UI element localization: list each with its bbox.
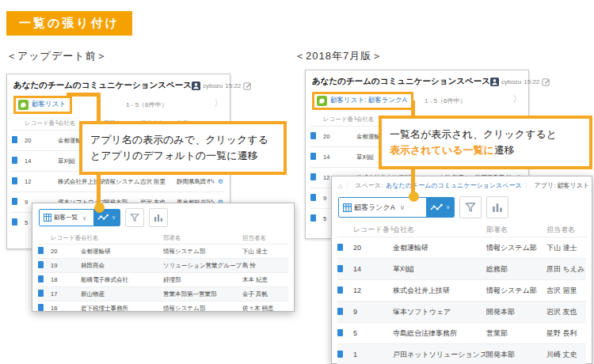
record-icon[interactable] [337,286,343,294]
list-item[interactable]: 20 金都運輸研 情報システム部 下山 達士 [38,244,288,258]
list-table: レコード番号 会社名 部署名 担当者名 20 金都運輸研 情報システム部 下山 … [32,232,294,315]
page: 一覧の張り付け ＜アップデート前＞ ＜2018年7月版＞ あなたのチームのコミュ… [0,0,594,364]
page-title: 一覧の張り付け [6,11,132,36]
view-name: 顧客一覧 [54,214,78,222]
view-selector[interactable]: 顧客一覧 ∨ ∨ [39,209,120,226]
funnel-icon [465,202,476,213]
space-title: あなたのチームのコミュニケーションスペース [312,76,490,87]
record-icon[interactable] [337,329,343,336]
callout-before: アプリ名の表示のみで、クリックする とアプリのデフォルトの一覧に遷移 [79,121,287,175]
table-header-row: レコード番号 会社名 部署名 担当者名 [337,223,586,237]
callout-line1: 一覧名が表示され、クリックすると [390,127,581,142]
record-icon[interactable] [38,290,44,297]
line-chart-icon [430,203,444,212]
record-icon[interactable] [38,247,44,254]
chevron-down-icon: ∨ [112,214,116,221]
view-name: 顧客ランクA [354,203,395,213]
filter-button[interactable] [459,196,482,218]
callout-line2: 表示されている一覧に遷移 [390,142,581,158]
record-icon[interactable] [310,214,316,222]
view-selector[interactable]: 顧客ランクA ∨ ∨ [338,197,455,218]
edit-icon[interactable] [542,78,550,86]
table-header-row: レコード番号 会社名 部署名 担当者名 [38,232,288,244]
record-icon[interactable] [12,136,17,143]
table-icon [343,203,352,212]
edit-icon[interactable] [243,82,252,90]
app-link-highlight: 顧客リスト [13,96,72,114]
pager-text: 1 - 5（6件中） [126,100,167,109]
bar-chart-icon [154,213,163,222]
app-link[interactable]: 顧客リスト [32,100,66,109]
app-icon [18,100,29,110]
list-item[interactable]: 9 塚本ソフトウェア 開発本部 岩沢 友也 [337,301,586,322]
breadcrumb: ⌂ 〉 スペース: あなたのチームのコミュニケーションスペース 〉 アプリ: 顧… [332,176,592,191]
record-icon[interactable] [310,153,316,160]
record-icon[interactable] [38,261,44,268]
chart-button[interactable] [486,196,508,218]
record-icon[interactable] [12,218,17,226]
list-item[interactable]: 18 船橋電子株式会社 経理部 木本 紀恵 [38,272,288,286]
funnel-icon [130,213,139,222]
list-item[interactable]: 20 金都運輸研 情報システム部 下山 達士 [337,237,586,258]
connector-dot [94,203,105,213]
record-icon[interactable] [337,265,343,272]
record-icon[interactable] [12,157,17,164]
settings-record-icon[interactable]: ⚙ [218,179,223,185]
list-body: 20 金都運輸研 情報システム部 下山 達士 19 林田商会 ソリューション営業… [38,244,288,315]
record-icon[interactable] [337,308,343,315]
app-link-highlight: 顧客リスト: 顧客ランクA [312,92,413,110]
graph-button[interactable]: ∨ [426,198,454,217]
pager-next-icon[interactable]: 〉 [512,93,522,106]
callout-line2: とアプリのデフォルトの一覧に遷移 [90,148,276,164]
edit-record-icon[interactable]: ✎ [210,179,215,185]
app-icon [317,96,327,106]
list-body: 20 金都運輸研 情報システム部 下山 達士 14 草刈組 総務部 原田 ちえみ… [337,237,586,364]
list-item[interactable]: 14 草刈組 総務部 原田 ちえみ [337,258,586,279]
breadcrumb-space-link[interactable]: あなたのチームのコミュニケーションスペース [386,181,521,190]
pager-next-icon[interactable]: 〉 [214,97,223,110]
chart-button[interactable] [149,208,168,227]
record-icon[interactable] [337,351,343,358]
view-toolbar: 顧客ランクA ∨ ∨ [332,191,592,223]
list-window-after: ⌂ 〉 スペース: あなたのチームのコミュニケーションスペース 〉 アプリ: 顧… [331,176,592,364]
record-icon[interactable] [12,177,17,184]
app-link-row: 顧客リスト: 顧客ランクA 1 - 5（6件中） 〉 [306,89,528,113]
list-item[interactable]: 17 新山物産 営業本部第一営業部 金子 真帆 [38,286,288,301]
home-icon[interactable]: ⌂ [338,182,342,190]
breadcrumb-app: アプリ: 顧客リスト [535,181,590,190]
space-meta: cybozu 15:22 [490,78,550,86]
filter-button[interactable] [125,208,144,227]
record-icon[interactable] [310,132,316,139]
chevron-down-icon: ∨ [82,214,87,222]
user-icon [490,78,499,86]
record-icon[interactable] [12,198,17,205]
record-icon[interactable] [337,244,343,251]
app-link-row: 顧客リスト 1 - 5（6件中） 〉 [7,93,230,117]
list-item[interactable]: 19 林田商会 ソリューション営業グループ 島 怜 [38,258,288,272]
list-table: レコード番号 会社名 部署名 担当者名 20 金都運輸研 情報システム部 下山 … [332,223,592,364]
app-link[interactable]: 顧客リスト: 顧客ランクA [330,96,407,105]
callout-line1: アプリ名の表示のみで、クリックする [90,132,276,148]
list-item[interactable]: 1 戸田ネットソリューションズ 開発本部 川崎 丈史 [337,343,586,364]
list-window-before: 顧客一覧 ∨ ∨ レコード番号 会社名 部署名 担当者名 [32,203,295,312]
connector-dot [409,191,419,202]
breadcrumb-separator: 〉 [525,181,531,190]
space-meta: cybozu 15:22 [192,82,252,90]
chevron-down-icon: ∨ [400,203,406,211]
table-icon [44,214,51,222]
record-icon[interactable] [310,194,316,201]
chevron-down-icon: ∨ [446,204,450,210]
timestamp: 15:22 [524,78,539,85]
record-icon[interactable] [310,173,316,180]
breadcrumb-separator: 〉 [345,181,352,190]
col-header-record-no: レコード番号 [25,119,58,127]
section-label-after: ＜2018年7月版＞ [295,49,383,63]
bar-chart-icon [492,202,503,213]
view-select[interactable]: 顧客一覧 ∨ [40,210,93,226]
list-item[interactable]: 12 株式会社井上技研 情報システム部 吉沢 留里 [337,279,586,301]
record-icon[interactable] [38,275,44,282]
list-item[interactable]: 5 寺島総合法律事務所 営業部 星野 長利 [337,322,586,343]
record-icon[interactable] [38,304,44,311]
list-item[interactable]: 16 岩下税理士事務所 情報システム部 佐々木 梢恵 [38,301,288,315]
pager-text: 1 - 5（6件中） [425,97,466,105]
